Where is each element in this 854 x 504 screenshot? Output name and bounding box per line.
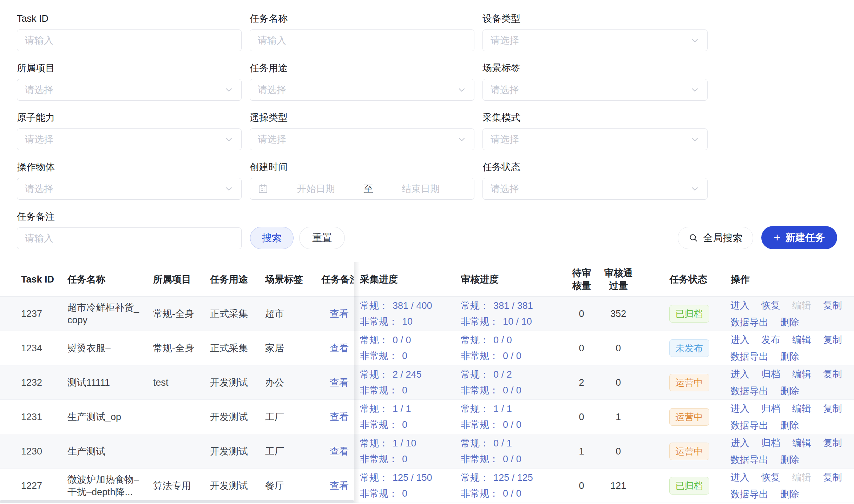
chevron-down-icon xyxy=(690,36,699,45)
status-badge: 运营中 xyxy=(669,408,709,426)
header-remark: 任务备注 xyxy=(318,262,354,296)
row-actions: 进入恢复编辑复制数据导出删除 xyxy=(730,299,854,329)
calendar-icon xyxy=(258,184,268,194)
action-link[interactable]: 发布 xyxy=(761,333,780,346)
action-link[interactable]: 数据导出 xyxy=(730,316,768,329)
chevron-down-icon xyxy=(224,85,234,94)
action-link[interactable]: 数据导出 xyxy=(730,385,768,397)
action-link[interactable]: 归档 xyxy=(761,402,780,415)
filter-select[interactable]: 请选择 xyxy=(482,29,708,51)
action-link[interactable]: 进入 xyxy=(730,471,749,484)
status-badge: 已归档 xyxy=(669,305,709,323)
filter-text-input[interactable] xyxy=(250,29,474,51)
horizontal-scrollbar[interactable] xyxy=(0,500,354,503)
cell-task-id: 1231 xyxy=(0,400,67,434)
cell-usage: 开发测试 xyxy=(210,469,265,503)
action-link[interactable]: 复制 xyxy=(823,333,842,346)
table-row: 1227 微波炉加热食物–干扰–depth降... 算法专用 开发测试 餐厅 查… xyxy=(0,469,854,503)
filter-select[interactable]: 请选择 xyxy=(482,128,708,150)
search-button[interactable]: 搜索 xyxy=(250,227,294,249)
action-link[interactable]: 复制 xyxy=(823,402,842,415)
cell-task-name: 测试11111 xyxy=(67,365,153,399)
plus-icon: + xyxy=(774,231,781,243)
action-link[interactable]: 删除 xyxy=(780,419,799,432)
action-link[interactable]: 进入 xyxy=(730,299,749,312)
action-link[interactable]: 归档 xyxy=(761,437,780,449)
filter-select[interactable]: 请选择 xyxy=(482,79,708,101)
cell-task-name: 熨烫衣服– xyxy=(67,331,153,365)
action-link[interactable]: 复制 xyxy=(823,368,842,380)
filter-select[interactable]: 请选择 xyxy=(17,79,242,101)
action-link[interactable]: 删除 xyxy=(780,350,799,363)
filter-field-task-usage: 任务用途 请选择 xyxy=(250,62,474,101)
action-link[interactable]: 编辑 xyxy=(792,437,811,449)
cell-approved-count: 0 xyxy=(597,365,639,399)
table-body: 1237 超市冷鲜柜补货_copy 常规-全身 正式采集 超市 查看 常规：38… xyxy=(0,297,854,503)
action-link[interactable]: 数据导出 xyxy=(730,350,768,363)
action-link[interactable]: 进入 xyxy=(730,333,749,346)
action-link[interactable]: 归档 xyxy=(761,368,780,380)
view-remark-link[interactable]: 查看 xyxy=(330,307,349,320)
filter-text-input[interactable] xyxy=(17,29,242,51)
view-remark-link[interactable]: 查看 xyxy=(330,479,349,492)
action-link[interactable]: 进入 xyxy=(730,437,749,449)
action-link[interactable]: 数据导出 xyxy=(730,488,768,500)
action-link[interactable]: 编辑 xyxy=(792,333,811,346)
action-link[interactable]: 删除 xyxy=(780,385,799,397)
action-link[interactable]: 删除 xyxy=(780,453,799,466)
action-link: 编辑 xyxy=(792,471,811,484)
header-usage: 任务用途 xyxy=(210,262,265,296)
cell-review-progress: 常规：0 / 2 非常规：0 / 0 xyxy=(461,365,566,399)
date-range-picker[interactable]: 开始日期 至 结束日期 xyxy=(250,178,474,200)
cell-approved-count: 0 xyxy=(597,331,639,365)
action-link[interactable]: 恢复 xyxy=(761,471,780,484)
view-remark-link[interactable]: 查看 xyxy=(330,411,349,423)
action-link[interactable]: 进入 xyxy=(730,368,749,380)
cell-usage: 开发测试 xyxy=(210,434,265,468)
task-remark-input[interactable] xyxy=(17,227,242,249)
filter-select[interactable]: 请选择 xyxy=(17,128,242,150)
end-date-placeholder: 结束日期 xyxy=(402,183,440,195)
header-approved-count: 审核通过量 xyxy=(597,262,639,296)
view-remark-link[interactable]: 查看 xyxy=(330,445,349,458)
cell-review-progress: 常规：0 / 0 非常规：0 / 0 xyxy=(461,331,566,365)
cell-project: 算法专用 xyxy=(153,469,210,503)
action-link[interactable]: 恢复 xyxy=(761,299,780,312)
status-badge: 运营中 xyxy=(669,443,709,460)
reset-button[interactable]: 重置 xyxy=(299,227,345,249)
row-actions: 进入归档编辑复制数据导出删除 xyxy=(730,437,854,466)
filter-select[interactable]: 请选择 xyxy=(482,178,708,200)
filter-field-atomic-ability: 原子能力 请选择 xyxy=(17,112,242,150)
cell-pending-count: 2 xyxy=(566,365,597,399)
view-remark-link[interactable]: 查看 xyxy=(330,342,349,354)
filter-select[interactable]: 请选择 xyxy=(250,79,474,101)
action-link[interactable]: 进入 xyxy=(730,402,749,415)
filter-field-label: 场景标签 xyxy=(482,62,708,74)
cell-task-id: 1230 xyxy=(0,434,67,468)
header-scene: 场景标签 xyxy=(265,262,318,296)
global-search-button[interactable]: 全局搜索 xyxy=(678,227,753,249)
action-link[interactable]: 删除 xyxy=(780,488,799,500)
cell-collect-progress: 常规：0 / 0 非常规：0 xyxy=(354,331,461,365)
filter-select[interactable]: 请选择 xyxy=(250,128,474,150)
filter-field-label: 采集模式 xyxy=(482,112,708,124)
cell-project xyxy=(153,434,210,468)
filter-select[interactable]: 请选择 xyxy=(17,178,242,200)
action-link[interactable]: 编辑 xyxy=(792,368,811,380)
action-link[interactable]: 复制 xyxy=(823,471,842,484)
toolbar: 任务备注 搜索 重置 全局搜索 + 新建任务 xyxy=(0,211,854,249)
row-actions: 进入发布编辑复制数据导出删除 xyxy=(730,333,854,363)
action-link[interactable]: 删除 xyxy=(780,316,799,329)
action-link[interactable]: 复制 xyxy=(823,299,842,312)
view-remark-link[interactable]: 查看 xyxy=(330,376,349,389)
filter-field-collect-mode: 采集模式 请选择 xyxy=(482,112,708,150)
action-link[interactable]: 编辑 xyxy=(792,402,811,415)
cell-review-progress: 常规：381 / 381 非常规：10 / 10 xyxy=(461,297,566,331)
table-row: 1232 测试11111 test 开发测试 办公 查看 常规：2 / 245 … xyxy=(0,365,854,400)
action-link[interactable]: 数据导出 xyxy=(730,453,768,466)
action-link[interactable]: 数据导出 xyxy=(730,419,768,432)
action-link[interactable]: 复制 xyxy=(823,437,842,449)
cell-collect-progress: 常规：125 / 150 非常规：0 xyxy=(354,469,461,503)
new-task-button[interactable]: + 新建任务 xyxy=(761,226,837,249)
filter-field-label: 任务用途 xyxy=(250,62,474,74)
